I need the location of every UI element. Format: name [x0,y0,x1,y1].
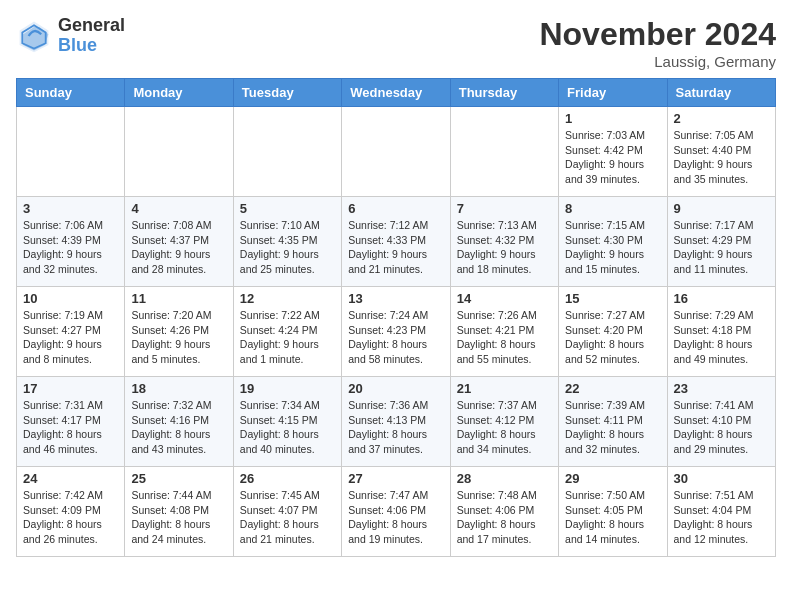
calendar-cell: 10Sunrise: 7:19 AM Sunset: 4:27 PM Dayli… [17,287,125,377]
weekday-header-saturday: Saturday [667,79,775,107]
day-number: 4 [131,201,226,216]
calendar-cell [233,107,341,197]
calendar-cell: 15Sunrise: 7:27 AM Sunset: 4:20 PM Dayli… [559,287,667,377]
day-number: 6 [348,201,443,216]
day-info: Sunrise: 7:42 AM Sunset: 4:09 PM Dayligh… [23,488,118,547]
day-info: Sunrise: 7:50 AM Sunset: 4:05 PM Dayligh… [565,488,660,547]
calendar-cell: 3Sunrise: 7:06 AM Sunset: 4:39 PM Daylig… [17,197,125,287]
weekday-header-row: SundayMondayTuesdayWednesdayThursdayFrid… [17,79,776,107]
day-number: 15 [565,291,660,306]
day-info: Sunrise: 7:37 AM Sunset: 4:12 PM Dayligh… [457,398,552,457]
day-number: 11 [131,291,226,306]
weekday-header-wednesday: Wednesday [342,79,450,107]
calendar-cell: 19Sunrise: 7:34 AM Sunset: 4:15 PM Dayli… [233,377,341,467]
calendar-cell: 29Sunrise: 7:50 AM Sunset: 4:05 PM Dayli… [559,467,667,557]
day-info: Sunrise: 7:03 AM Sunset: 4:42 PM Dayligh… [565,128,660,187]
day-number: 22 [565,381,660,396]
day-info: Sunrise: 7:41 AM Sunset: 4:10 PM Dayligh… [674,398,769,457]
day-number: 21 [457,381,552,396]
week-row-3: 17Sunrise: 7:31 AM Sunset: 4:17 PM Dayli… [17,377,776,467]
day-info: Sunrise: 7:15 AM Sunset: 4:30 PM Dayligh… [565,218,660,277]
calendar-cell: 11Sunrise: 7:20 AM Sunset: 4:26 PM Dayli… [125,287,233,377]
calendar-cell: 13Sunrise: 7:24 AM Sunset: 4:23 PM Dayli… [342,287,450,377]
day-info: Sunrise: 7:17 AM Sunset: 4:29 PM Dayligh… [674,218,769,277]
header: General Blue November 2024 Laussig, Germ… [16,16,776,70]
logo-text: General Blue [58,16,125,56]
calendar-cell: 24Sunrise: 7:42 AM Sunset: 4:09 PM Dayli… [17,467,125,557]
calendar-cell: 16Sunrise: 7:29 AM Sunset: 4:18 PM Dayli… [667,287,775,377]
day-info: Sunrise: 7:13 AM Sunset: 4:32 PM Dayligh… [457,218,552,277]
calendar-cell: 27Sunrise: 7:47 AM Sunset: 4:06 PM Dayli… [342,467,450,557]
day-info: Sunrise: 7:34 AM Sunset: 4:15 PM Dayligh… [240,398,335,457]
calendar-cell: 17Sunrise: 7:31 AM Sunset: 4:17 PM Dayli… [17,377,125,467]
calendar-cell: 28Sunrise: 7:48 AM Sunset: 4:06 PM Dayli… [450,467,558,557]
weekday-header-tuesday: Tuesday [233,79,341,107]
day-number: 25 [131,471,226,486]
calendar-cell [450,107,558,197]
day-info: Sunrise: 7:32 AM Sunset: 4:16 PM Dayligh… [131,398,226,457]
day-number: 14 [457,291,552,306]
day-info: Sunrise: 7:19 AM Sunset: 4:27 PM Dayligh… [23,308,118,367]
weekday-header-thursday: Thursday [450,79,558,107]
day-number: 13 [348,291,443,306]
day-number: 29 [565,471,660,486]
logo-general-text: General [58,16,125,36]
day-number: 18 [131,381,226,396]
logo-icon [16,18,52,54]
day-info: Sunrise: 7:36 AM Sunset: 4:13 PM Dayligh… [348,398,443,457]
logo: General Blue [16,16,125,56]
calendar-cell: 18Sunrise: 7:32 AM Sunset: 4:16 PM Dayli… [125,377,233,467]
day-info: Sunrise: 7:45 AM Sunset: 4:07 PM Dayligh… [240,488,335,547]
day-info: Sunrise: 7:31 AM Sunset: 4:17 PM Dayligh… [23,398,118,457]
week-row-0: 1Sunrise: 7:03 AM Sunset: 4:42 PM Daylig… [17,107,776,197]
calendar: SundayMondayTuesdayWednesdayThursdayFrid… [16,78,776,557]
calendar-cell: 25Sunrise: 7:44 AM Sunset: 4:08 PM Dayli… [125,467,233,557]
day-info: Sunrise: 7:26 AM Sunset: 4:21 PM Dayligh… [457,308,552,367]
day-info: Sunrise: 7:48 AM Sunset: 4:06 PM Dayligh… [457,488,552,547]
weekday-header-monday: Monday [125,79,233,107]
day-number: 26 [240,471,335,486]
calendar-cell: 8Sunrise: 7:15 AM Sunset: 4:30 PM Daylig… [559,197,667,287]
title-area: November 2024 Laussig, Germany [539,16,776,70]
day-number: 8 [565,201,660,216]
day-number: 5 [240,201,335,216]
day-number: 7 [457,201,552,216]
location: Laussig, Germany [539,53,776,70]
week-row-1: 3Sunrise: 7:06 AM Sunset: 4:39 PM Daylig… [17,197,776,287]
day-number: 23 [674,381,769,396]
calendar-cell: 20Sunrise: 7:36 AM Sunset: 4:13 PM Dayli… [342,377,450,467]
day-info: Sunrise: 7:51 AM Sunset: 4:04 PM Dayligh… [674,488,769,547]
calendar-cell: 23Sunrise: 7:41 AM Sunset: 4:10 PM Dayli… [667,377,775,467]
calendar-cell: 12Sunrise: 7:22 AM Sunset: 4:24 PM Dayli… [233,287,341,377]
calendar-cell: 7Sunrise: 7:13 AM Sunset: 4:32 PM Daylig… [450,197,558,287]
day-info: Sunrise: 7:29 AM Sunset: 4:18 PM Dayligh… [674,308,769,367]
day-number: 12 [240,291,335,306]
month-title: November 2024 [539,16,776,53]
day-number: 19 [240,381,335,396]
calendar-cell: 26Sunrise: 7:45 AM Sunset: 4:07 PM Dayli… [233,467,341,557]
week-row-4: 24Sunrise: 7:42 AM Sunset: 4:09 PM Dayli… [17,467,776,557]
day-info: Sunrise: 7:39 AM Sunset: 4:11 PM Dayligh… [565,398,660,457]
week-row-2: 10Sunrise: 7:19 AM Sunset: 4:27 PM Dayli… [17,287,776,377]
day-info: Sunrise: 7:20 AM Sunset: 4:26 PM Dayligh… [131,308,226,367]
day-number: 17 [23,381,118,396]
weekday-header-sunday: Sunday [17,79,125,107]
day-info: Sunrise: 7:47 AM Sunset: 4:06 PM Dayligh… [348,488,443,547]
calendar-cell: 21Sunrise: 7:37 AM Sunset: 4:12 PM Dayli… [450,377,558,467]
day-number: 3 [23,201,118,216]
day-number: 9 [674,201,769,216]
calendar-cell: 30Sunrise: 7:51 AM Sunset: 4:04 PM Dayli… [667,467,775,557]
calendar-cell: 14Sunrise: 7:26 AM Sunset: 4:21 PM Dayli… [450,287,558,377]
calendar-cell [125,107,233,197]
calendar-cell: 22Sunrise: 7:39 AM Sunset: 4:11 PM Dayli… [559,377,667,467]
day-number: 24 [23,471,118,486]
calendar-cell [17,107,125,197]
day-number: 27 [348,471,443,486]
day-number: 30 [674,471,769,486]
day-number: 1 [565,111,660,126]
day-info: Sunrise: 7:05 AM Sunset: 4:40 PM Dayligh… [674,128,769,187]
calendar-cell: 6Sunrise: 7:12 AM Sunset: 4:33 PM Daylig… [342,197,450,287]
logo-blue-text: Blue [58,36,125,56]
day-info: Sunrise: 7:24 AM Sunset: 4:23 PM Dayligh… [348,308,443,367]
calendar-cell: 5Sunrise: 7:10 AM Sunset: 4:35 PM Daylig… [233,197,341,287]
